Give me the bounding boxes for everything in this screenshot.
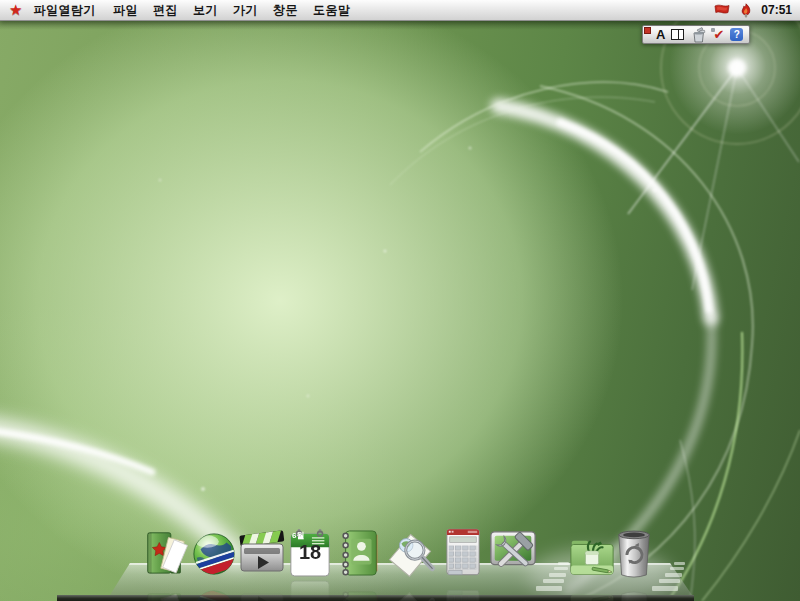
dock-separator-dash: [670, 567, 684, 570]
dock-separator-dash: [674, 562, 685, 565]
calendar-day-label: 18: [288, 541, 332, 564]
clock[interactable]: 07:51: [761, 3, 792, 17]
utilities-folder-icon: [568, 532, 616, 580]
dock-separator-dash: [554, 567, 568, 570]
pen-cup-tool-icon[interactable]: [690, 27, 707, 43]
menu-view[interactable]: 보기: [193, 2, 218, 19]
desktop: ★ 파일열람기 파일 편집 보기 가기 창문 도움말 07:51 A: [0, 0, 800, 601]
calculator-icon: [445, 526, 481, 578]
red-torch-icon[interactable]: [740, 3, 752, 18]
menu-help[interactable]: 도움말: [313, 2, 351, 19]
dock-separator-dash: [665, 573, 682, 577]
menu-edit[interactable]: 편집: [153, 2, 178, 19]
dock-item-media-player[interactable]: [236, 528, 288, 582]
dock-item-control-panel[interactable]: [486, 527, 540, 583]
text-tool-icon[interactable]: A: [656, 27, 665, 42]
dock-separator-dash: [536, 586, 562, 591]
address-book-icon: [337, 527, 383, 579]
control-panel-icon: [486, 527, 540, 579]
calendar-icon: 6월 18: [288, 528, 332, 578]
dock-item-address-book[interactable]: [337, 527, 383, 583]
help-tool-icon[interactable]: ?: [730, 28, 743, 41]
media-player-icon: [236, 528, 288, 578]
calendar-month-label: 6월: [292, 530, 304, 541]
file-manager-icon: [142, 525, 190, 579]
menu-window[interactable]: 창문: [273, 2, 298, 19]
dock-item-file-manager[interactable]: [142, 525, 190, 583]
dock-item-calendar[interactable]: 6월 18: [288, 528, 332, 578]
menu-go[interactable]: 가기: [233, 2, 258, 19]
palette-close-button[interactable]: [644, 27, 651, 34]
column-view-tool-icon[interactable]: [671, 29, 684, 40]
tool-palette: A ✔ ?: [642, 25, 750, 44]
dock-item-document-search[interactable]: [386, 528, 438, 584]
menubar: ★ 파일열람기 파일 편집 보기 가기 창문 도움말 07:51: [0, 0, 800, 21]
web-browser-icon: [191, 530, 237, 578]
dock-separator-dash: [543, 579, 564, 583]
dock-separator-dash: [652, 586, 678, 591]
dock-front-edge: [57, 595, 694, 601]
dock-separator-dash: [659, 579, 680, 583]
red-star-logo-icon[interactable]: ★: [9, 0, 22, 20]
check-tool-icon[interactable]: ✔: [713, 28, 724, 42]
menu-app-name[interactable]: 파일열람기: [33, 2, 96, 19]
wallpaper-swirl: [0, 0, 800, 601]
dock-separator-dash: [549, 573, 566, 577]
dock-item-utilities-folder[interactable]: [568, 532, 616, 584]
document-search-icon: [386, 528, 438, 580]
dock-item-calculator[interactable]: [445, 526, 481, 582]
menu-file[interactable]: 파일: [113, 2, 138, 19]
red-flag-icon[interactable]: [713, 3, 731, 17]
trash-icon: [614, 526, 654, 580]
dock-item-web-browser[interactable]: [191, 530, 237, 582]
dock-item-trash[interactable]: [614, 526, 654, 584]
